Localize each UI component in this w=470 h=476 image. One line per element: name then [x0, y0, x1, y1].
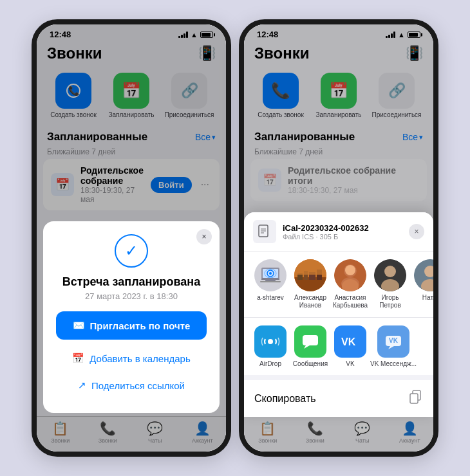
svg-text:VK: VK — [341, 336, 356, 347]
copy-label: Скопировать — [254, 393, 316, 405]
person-name-alex: Александр Иванов — [290, 294, 330, 309]
copy-icon — [408, 389, 423, 408]
share-file-icon — [253, 220, 276, 243]
modal-calendar-btn[interactable]: 📅 Добавить в календарь — [56, 346, 207, 371]
svg-point-28 — [384, 266, 396, 277]
app-vk[interactable]: VK VK — [330, 325, 370, 367]
phone-2: 12:48 ▲ Звонки 📳 — [239, 19, 438, 457]
share-header: iCal-20230324-002632 Файл ICS · 305 Б × — [244, 212, 433, 252]
share-file-size: Файл ICS · 305 Б — [283, 233, 402, 241]
phones-container: 12:48 ▲ Звонки 📳 — [19, 6, 451, 470]
vk-label: VK — [346, 360, 354, 367]
share-sheet: iCal-20230324-002632 Файл ICS · 305 Б × — [244, 212, 433, 417]
person-name-shtarev: a-shtarev — [257, 294, 284, 302]
airdrop-label: AirDrop — [259, 360, 281, 367]
modal-check-icon: ✓ — [115, 234, 148, 268]
modal-overlay-1: × ✓ Встреча запланирована 27 марта 2023 … — [37, 24, 226, 452]
modal-sheet-1: × ✓ Встреча запланирована 27 марта 2023 … — [43, 221, 220, 413]
person-name-nat: Нат... — [422, 294, 433, 302]
person-avatar-nat — [414, 259, 433, 291]
app-vk-mess[interactable]: VK VK Мессендж... — [370, 325, 417, 367]
vk-mess-icon: VK — [377, 325, 409, 358]
svg-marker-38 — [388, 346, 394, 349]
person-alex[interactable]: Александр Иванов — [290, 259, 330, 309]
person-avatar-alex — [294, 259, 326, 291]
svg-marker-35 — [304, 345, 310, 349]
svg-rect-34 — [303, 335, 318, 345]
vk-mess-label: VK Мессендж... — [370, 360, 417, 367]
app-airdrop[interactable]: AirDrop — [250, 325, 290, 367]
svg-rect-12 — [265, 279, 276, 281]
person-igor[interactable]: Игорь Петров — [370, 259, 410, 309]
modal-title-1: Встреча запланирована — [56, 275, 207, 289]
person-name-an: Анастасия Карбышева — [330, 294, 370, 309]
envelope-icon: ✉️ — [73, 320, 85, 331]
share-icon: ↗ — [78, 380, 86, 391]
person-nat[interactable]: Нат... — [410, 259, 433, 309]
svg-point-10 — [269, 272, 272, 275]
phone-1: 12:48 ▲ Звонки 📳 — [32, 19, 231, 457]
modal-email-btn[interactable]: ✉️ Пригласить по почте — [56, 311, 207, 340]
person-name-igor: Игорь Петров — [370, 294, 410, 309]
share-file-name: iCal-20230324-002632 — [283, 223, 402, 233]
person-avatar-shtarev — [254, 259, 287, 291]
messages-icon — [294, 325, 326, 358]
apps-row: AirDrop Сообщения — [244, 318, 433, 375]
person-avatar-igor — [374, 259, 406, 291]
person-an[interactable]: Анастасия Карбышева — [330, 259, 370, 309]
modal-link-btn[interactable]: ↗ Поделиться ссылкой — [56, 373, 207, 398]
svg-point-33 — [268, 339, 273, 344]
svg-rect-13 — [260, 281, 281, 282]
copy-row[interactable]: Скопировать — [244, 380, 433, 417]
messages-label: Сообщения — [293, 360, 328, 367]
modal-close-1[interactable]: × — [196, 229, 212, 244]
share-file-info: iCal-20230324-002632 Файл ICS · 305 Б — [283, 223, 402, 241]
svg-rect-41 — [410, 394, 418, 403]
app-messages[interactable]: Сообщения — [290, 325, 330, 367]
svg-rect-21 — [294, 259, 326, 275]
calendar-icon: 📅 — [72, 352, 84, 364]
svg-point-25 — [345, 265, 355, 275]
person-shtarev[interactable]: a-shtarev — [250, 259, 290, 309]
share-close-btn[interactable]: × — [409, 224, 424, 239]
people-row: a-shtarev — [244, 252, 433, 318]
modal-subtitle-1: 27 марта 2023 г. в 18:30 — [56, 291, 207, 301]
person-avatar-an — [334, 259, 366, 291]
svg-text:VK: VK — [389, 337, 399, 344]
airdrop-icon — [254, 325, 287, 358]
vk-icon: VK — [334, 325, 366, 358]
